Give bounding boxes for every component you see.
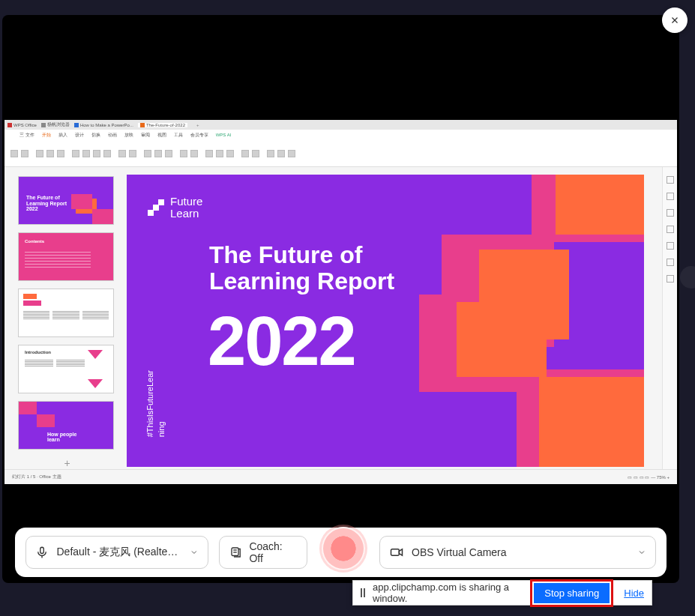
recorder-window: WPS Office 杨帆浏览器 How to Make a PowerPo..… bbox=[2, 15, 679, 583]
status-bar: 幻灯片 1 / 5 · Office 主题 ▭ ▭ ▭ ▭ — 75% + bbox=[4, 469, 677, 484]
screen-sharing-notification: app.clipchamp.com is sharing a window. S… bbox=[352, 580, 652, 606]
sharing-message: app.clipchamp.com is sharing a window. bbox=[373, 582, 523, 604]
microphone-selector[interactable]: Default - 麦克风 (Realtek(R... bbox=[25, 536, 208, 569]
side-tool-panel bbox=[662, 167, 677, 469]
slide-title: The Future of Learning Report bbox=[209, 242, 394, 294]
microphone-label: Default - 麦克风 (Realtek(R... bbox=[57, 546, 183, 559]
thumbnail[interactable]: 5 How people learn bbox=[18, 401, 114, 450]
thumbnail[interactable]: 1 The Future of Learning Report 2022 bbox=[18, 176, 114, 225]
coach-icon bbox=[229, 545, 243, 560]
tab-label: 杨帆浏览器 bbox=[47, 121, 70, 128]
ribbon-toolbar bbox=[4, 140, 677, 167]
main-slide: Future Learn The Future of Learning Repo… bbox=[127, 175, 644, 467]
thumbnail[interactable]: 3 bbox=[18, 289, 114, 337]
shared-screen-preview: WPS Office 杨帆浏览器 How to Make a PowerPo..… bbox=[4, 120, 677, 484]
coach-toggle[interactable]: Coach: Off bbox=[219, 536, 307, 569]
recorder-control-bar: Default - 麦克风 (Realtek(R... Coach: Off bbox=[15, 528, 667, 577]
tab-label: WPS Office bbox=[13, 123, 37, 127]
close-icon bbox=[670, 15, 680, 25]
app-menu-bar: 三 文件 开始 插入 设计 切换 动画 放映 审阅 视图 工具 会员专享 WPS… bbox=[4, 130, 677, 140]
slide-thumbnails: 1 The Future of Learning Report 2022 2 C… bbox=[4, 167, 121, 469]
camera-label: OBS Virtual Camera bbox=[412, 546, 507, 558]
brand-logo: Future Learn bbox=[148, 196, 202, 220]
hint-bubble bbox=[680, 266, 695, 289]
close-button[interactable] bbox=[662, 7, 688, 33]
microphone-icon bbox=[35, 545, 49, 560]
tab-label: The-Future-of-2022 bbox=[146, 123, 185, 127]
svg-rect-0 bbox=[40, 547, 44, 553]
record-button[interactable] bbox=[322, 527, 365, 570]
pause-icon[interactable] bbox=[361, 588, 365, 597]
tab-label: How to Make a PowerPo... bbox=[80, 123, 133, 127]
add-slide-button[interactable]: + bbox=[18, 457, 116, 469]
camera-icon bbox=[389, 545, 404, 560]
logo-mark-icon bbox=[148, 199, 164, 216]
slide-hashtag: #ThisIsFutureLear ning bbox=[145, 370, 168, 437]
hide-link[interactable]: Hide bbox=[624, 588, 644, 599]
camera-selector[interactable]: OBS Virtual Camera bbox=[379, 536, 656, 569]
svg-rect-5 bbox=[391, 549, 400, 555]
coach-label: Coach: Off bbox=[249, 540, 298, 564]
thumbnail[interactable]: 4 Introduction bbox=[18, 345, 114, 393]
slide-year: 2022 bbox=[208, 302, 355, 381]
chevron-down-icon bbox=[190, 548, 199, 557]
workspace: 1 The Future of Learning Report 2022 2 C… bbox=[4, 167, 677, 469]
chevron-down-icon bbox=[637, 548, 646, 557]
app-tab-strip: WPS Office 杨帆浏览器 How to Make a PowerPo..… bbox=[4, 120, 677, 130]
thumbnail[interactable]: 2 Contents bbox=[18, 232, 114, 281]
svg-rect-2 bbox=[232, 548, 238, 556]
stop-sharing-button[interactable]: Stop sharing bbox=[534, 583, 610, 603]
